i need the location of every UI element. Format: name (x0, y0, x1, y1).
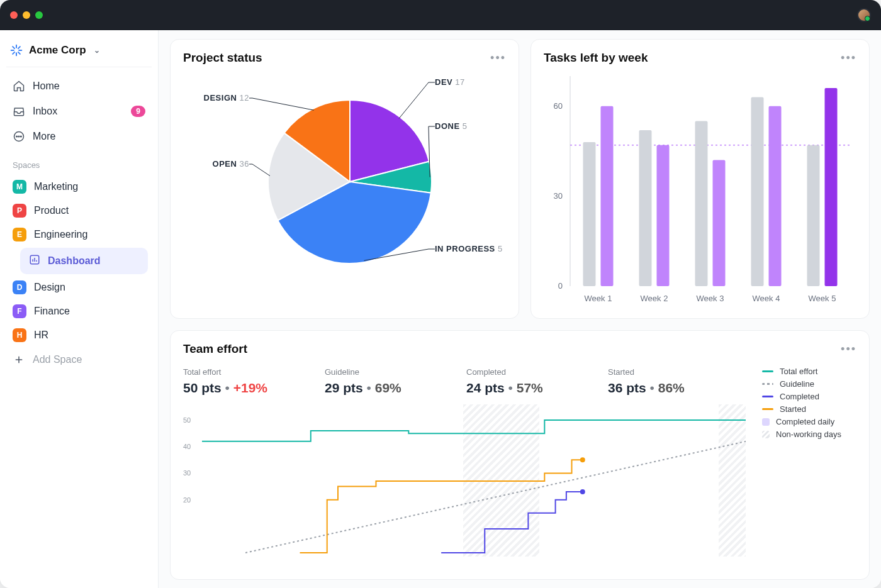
stat-label: Total effort (183, 367, 318, 377)
stat-delta: +19% (233, 380, 267, 395)
workspace-switcher[interactable]: Acme Corp ⌄ (6, 38, 152, 67)
user-avatar[interactable] (857, 8, 871, 22)
stat-started: Started 36 pts • 86% (608, 365, 749, 398)
svg-point-11 (21, 136, 22, 137)
nav-inbox[interactable]: Inbox 9 (6, 99, 152, 124)
stat-value: 50 pts (183, 380, 222, 395)
sidebar-space-hr[interactable]: HHR (6, 323, 152, 347)
svg-rect-23 (583, 142, 596, 286)
space-label: HR (34, 330, 48, 341)
stat-pct: 69% (375, 380, 401, 395)
sidebar-space-finance[interactable]: FFinance (6, 299, 152, 323)
legend-total: Total effort (762, 367, 856, 376)
sidebar-dashboard[interactable]: Dashboard (20, 248, 148, 274)
stat-value: 29 pts (325, 380, 363, 395)
stat-label: Completed (466, 367, 602, 377)
svg-text:30: 30 (554, 191, 563, 201)
space-label: Engineering (34, 229, 87, 240)
legend-started: Started (762, 404, 856, 414)
pie-label-done: DONE 5 (435, 121, 467, 131)
card-more-button[interactable]: ••• (490, 52, 506, 65)
nav-home[interactable]: Home (6, 74, 152, 99)
project-status-title: Project status (183, 51, 262, 65)
traffic-lights (10, 11, 43, 19)
team-effort-chart: 20304050 (183, 404, 749, 568)
space-icon: E (13, 228, 26, 241)
window-titlebar (0, 0, 881, 30)
sidebar-space-product[interactable]: PProduct (6, 199, 152, 223)
svg-text:Week 1: Week 1 (585, 294, 612, 303)
project-status-chart: DEV 17DONE 5IN PROGRESS 5OPEN 36DESIGN 1… (183, 70, 506, 296)
minimize-window-icon[interactable] (23, 11, 30, 19)
sidebar: Acme Corp ⌄ Home Inbox 9 More (0, 30, 159, 588)
workspace-logo-icon (10, 44, 23, 57)
space-icon: H (13, 328, 26, 342)
card-more-button[interactable]: ••• (841, 343, 856, 356)
legend-non-working: Non-working days (762, 430, 856, 439)
project-status-card: Project status ••• DEV 17DONE 5IN PROGRE… (170, 39, 519, 319)
close-window-icon[interactable] (10, 11, 18, 19)
nav-inbox-label: Inbox (33, 106, 57, 117)
tasks-left-chart: 03060Week 1Week 2Week 3Week 4Week 5 (544, 70, 856, 309)
space-icon: P (13, 204, 26, 218)
sidebar-space-design[interactable]: DDesign (6, 275, 152, 299)
legend-guideline: Guideline (762, 379, 856, 389)
space-label: Finance (34, 306, 70, 317)
inbox-badge: 9 (131, 106, 145, 117)
svg-line-4 (13, 47, 14, 48)
space-label: Product (34, 205, 69, 216)
stat-value: 24 pts (466, 380, 505, 395)
tasks-left-title: Tasks left by week (544, 51, 648, 65)
team-effort-title: Team effort (183, 342, 247, 356)
svg-rect-30 (713, 160, 726, 286)
legend-completed-daily: Completed daily (762, 417, 856, 426)
svg-rect-35 (807, 145, 820, 286)
add-space-button[interactable]: Add Space (6, 347, 152, 372)
svg-text:Week 5: Week 5 (809, 294, 836, 303)
svg-rect-27 (657, 145, 670, 286)
pie-label-in-progress: IN PROGRESS 5 (435, 244, 503, 253)
home-icon (13, 80, 25, 92)
stat-value: 36 pts (608, 380, 646, 395)
nav-more-label: More (33, 131, 55, 142)
maximize-window-icon[interactable] (35, 11, 43, 19)
svg-point-39 (580, 489, 585, 494)
nav-home-label: Home (33, 80, 60, 92)
stat-total-effort: Total effort 50 pts • +19% (183, 365, 325, 398)
team-effort-card: Team effort ••• Total effort 50 pts • +1… (170, 330, 870, 580)
dashboard-label: Dashboard (48, 255, 101, 267)
svg-text:60: 60 (554, 101, 563, 111)
svg-text:Week 2: Week 2 (641, 294, 668, 303)
legend-completed: Completed (762, 392, 856, 401)
svg-point-10 (18, 136, 20, 137)
stat-label: Guideline (325, 367, 460, 377)
svg-point-9 (16, 136, 18, 137)
tasks-left-card: Tasks left by week ••• 03060Week 1Week 2… (530, 39, 870, 319)
main-content: Project status ••• DEV 17DONE 5IN PROGRE… (159, 30, 881, 588)
nav-more[interactable]: More (6, 124, 152, 149)
svg-rect-33 (769, 106, 782, 286)
pie-label-design: DESIGN 12 (189, 93, 249, 103)
svg-rect-26 (639, 130, 652, 286)
space-label: Marketing (34, 181, 78, 192)
more-horizontal-icon (13, 130, 25, 143)
stat-pct: 57% (517, 380, 543, 395)
svg-line-6 (13, 52, 14, 54)
svg-text:0: 0 (558, 281, 563, 291)
stat-label: Started (608, 367, 743, 377)
plus-icon (13, 353, 25, 366)
workspace-name: Acme Corp (29, 44, 86, 57)
svg-rect-24 (601, 106, 614, 286)
pie-label-open: OPEN 36 (189, 159, 249, 169)
svg-line-7 (18, 47, 20, 48)
stat-pct: 86% (658, 380, 685, 395)
add-space-label: Add Space (33, 354, 82, 365)
svg-text:Week 4: Week 4 (753, 294, 780, 303)
pie-label-dev: DEV 17 (435, 77, 465, 87)
svg-line-5 (18, 52, 20, 54)
card-more-button[interactable]: ••• (841, 52, 856, 65)
sidebar-space-marketing[interactable]: MMarketing (6, 175, 152, 199)
sidebar-space-engineering[interactable]: EEngineering (6, 223, 152, 247)
team-effort-legend: Total effort Guideline Completed Started… (749, 361, 856, 568)
spaces-section-label: Spaces (6, 149, 152, 175)
